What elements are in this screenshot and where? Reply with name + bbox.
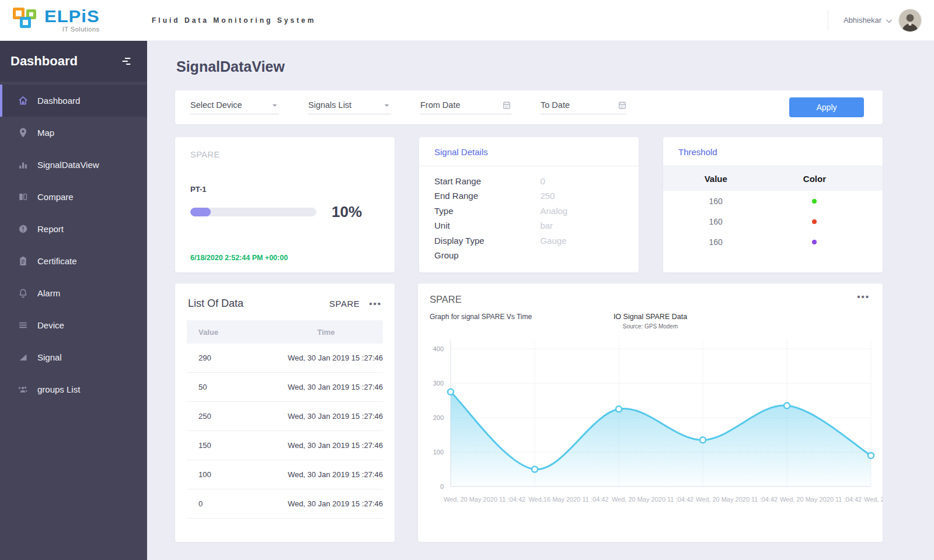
- row-time: Wed, 30 Jan 2019 15 :27:46: [256, 470, 383, 479]
- svg-text:200: 200: [433, 414, 444, 421]
- threshold-color-ring: [812, 219, 817, 224]
- select-device-dropdown[interactable]: Select Device: [190, 100, 279, 114]
- from-date-placeholder: From Date: [420, 100, 461, 110]
- brand-name: ELPiS: [44, 8, 100, 24]
- detail-row: Display TypeGauge: [434, 233, 623, 248]
- sidebar-item-dashboard[interactable]: Dashboard: [0, 85, 147, 117]
- more-options-icon[interactable]: •••: [369, 301, 382, 307]
- sidebar-item-label: Certificate: [37, 256, 77, 266]
- table-row: 50Wed, 30 Jan 2019 15 :27:46: [187, 373, 383, 402]
- brand-tagline: IT Solutions: [62, 26, 100, 33]
- row-time: Wed, 30 Jan 2019 15 :27:46: [256, 412, 383, 421]
- page-title: SignalDataView: [176, 58, 883, 75]
- to-date-placeholder: To Date: [541, 100, 570, 110]
- list-table-body: 290Wed, 30 Jan 2019 15 :27:4650Wed, 30 J…: [187, 344, 383, 519]
- row-value: 250: [187, 412, 256, 421]
- sidebar-item-label: Map: [37, 128, 54, 138]
- from-date-field[interactable]: From Date: [420, 100, 511, 114]
- chart-source-label: Source: GPS Modem: [563, 323, 738, 330]
- brand-logo: ELPiS IT Solutions: [0, 8, 147, 33]
- chevron-down-icon: [382, 101, 391, 110]
- sidebar-item-label: groups List: [37, 384, 80, 394]
- detail-value: Gauge: [540, 233, 566, 248]
- sidebar-item-signal[interactable]: Signal: [0, 341, 147, 373]
- progress-bar-fill: [190, 208, 211, 216]
- threshold-row: 160: [663, 211, 883, 232]
- compare-icon: [18, 191, 29, 202]
- svg-text:Wed,16 May 2020 11 :04:42: Wed,16 May 2020 11 :04:42: [528, 496, 608, 503]
- table-row: 100Wed, 30 Jan 2019 15 :27:46: [187, 460, 383, 489]
- sidebar-item-report[interactable]: Report: [0, 213, 147, 245]
- threshold-col-color: Color: [768, 174, 860, 184]
- threshold-value: 160: [663, 197, 768, 206]
- threshold-title: Threshold: [678, 147, 717, 157]
- detail-value: bar: [540, 218, 553, 233]
- sidebar-title: Dashboard: [11, 54, 78, 69]
- sidebar-item-signaldataview[interactable]: SignalDataView: [0, 149, 147, 181]
- detail-row: End Range250: [434, 188, 623, 203]
- user-avatar[interactable]: [899, 9, 921, 32]
- row-value: 290: [187, 354, 256, 362]
- group-add-icon: [18, 384, 29, 395]
- user-name[interactable]: Abhishekar: [844, 16, 881, 24]
- detail-label: End Range: [434, 188, 540, 203]
- chevron-down-icon[interactable]: [885, 17, 893, 25]
- signal-triangle-icon: [18, 352, 29, 363]
- svg-text:100: 100: [433, 449, 444, 456]
- detail-row: Unitbar: [434, 218, 623, 233]
- progress-percent-value: 10%: [332, 203, 362, 221]
- list-of-data-title: List Of Data: [188, 298, 243, 310]
- svg-text:Wed, 20 May 2020 11 :04:42: Wed, 20 May 2020 11 :04:42: [444, 496, 525, 503]
- row-value: 150: [187, 441, 256, 450]
- threshold-value: 160: [663, 237, 768, 247]
- chart-card: SPARE ••• Graph for signal SPARE Vs Time…: [418, 284, 883, 542]
- detail-label: Display Type: [434, 233, 540, 248]
- detail-label: Unit: [434, 218, 540, 233]
- certificate-icon: [18, 256, 29, 267]
- signal-tag-label: PT-1: [190, 185, 379, 194]
- sidebar-item-certificate[interactable]: Certificate: [0, 245, 147, 277]
- svg-text:300: 300: [433, 380, 444, 387]
- sidebar-item-alarm[interactable]: Alarm: [0, 277, 147, 309]
- signals-list-dropdown[interactable]: Signals List: [308, 100, 391, 114]
- detail-label: Group: [434, 248, 540, 262]
- list-signal-name: SPARE: [329, 299, 360, 309]
- sidebar-item-label: Signal: [37, 352, 62, 362]
- sidebar-item-label: Report: [37, 224, 64, 234]
- threshold-col-value: Value: [663, 174, 768, 184]
- detail-row: Start Range0: [434, 174, 623, 188]
- sidebar-toggle-icon[interactable]: [119, 54, 134, 69]
- home-icon: [18, 95, 29, 106]
- svg-text:Wed, 20 May 2020 11 :04:42: Wed, 20 May 2020 11 :04:42: [780, 496, 862, 503]
- svg-text:Wed, 20 May 2020 11 :04:42: Wed, 20 May 2020 11 :04:42: [864, 496, 883, 503]
- header-divider: [828, 10, 828, 31]
- svg-text:Wed, 20 May 2020 11 :04:42: Wed, 20 May 2020 11 :04:42: [612, 496, 693, 503]
- detail-value: Analog: [540, 204, 567, 218]
- list-col-value: Value: [187, 328, 269, 337]
- calendar-icon: [618, 100, 627, 110]
- sidebar-item-groups-list[interactable]: groups List: [0, 373, 147, 405]
- more-options-icon[interactable]: •••: [857, 294, 870, 300]
- threshold-card: Threshold Value Color 160160160: [663, 137, 883, 272]
- calendar-icon: [502, 100, 511, 110]
- progress-bar: [190, 208, 316, 216]
- table-row: 250Wed, 30 Jan 2019 15 :27:46: [187, 402, 383, 431]
- last-updated-timestamp: 6/18/2020 2:52:44 PM +00:00: [190, 254, 288, 262]
- threshold-value: 160: [663, 217, 768, 226]
- sidebar-item-label: Device: [37, 320, 64, 330]
- chart-card-title: SPARE: [430, 294, 871, 305]
- row-time: Wed, 30 Jan 2019 15 :27:46: [256, 499, 383, 508]
- table-row: 290Wed, 30 Jan 2019 15 :27:46: [187, 344, 383, 373]
- sidebar-nav: DashboardMapSignalDataViewCompareReportC…: [0, 82, 147, 405]
- apply-button[interactable]: Apply: [789, 97, 864, 117]
- spare-card-title: SPARE: [190, 150, 379, 159]
- sidebar-item-map[interactable]: Map: [0, 117, 147, 149]
- sidebar-item-compare[interactable]: Compare: [0, 181, 147, 213]
- svg-text:Wed, 20 May 2020 11 :04:42: Wed, 20 May 2020 11 :04:42: [696, 496, 778, 503]
- signal-details-title: Signal Details: [434, 147, 488, 157]
- threshold-rows: 160160160: [663, 191, 883, 252]
- to-date-field[interactable]: To Date: [541, 100, 627, 114]
- sidebar-item-device[interactable]: Device: [0, 309, 147, 341]
- spare-gauge-card: SPARE PT-1 10% 6/18/2020 2:52:44 PM +00:…: [175, 137, 395, 272]
- signal-details-list: Start Range0End Range250TypeAnalogUnitba…: [419, 166, 639, 270]
